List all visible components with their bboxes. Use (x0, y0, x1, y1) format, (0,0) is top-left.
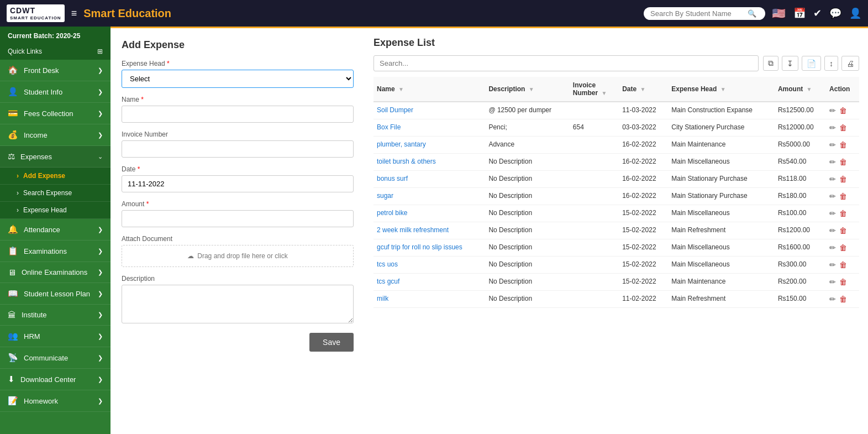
delete-icon[interactable]: 🗑 (839, 158, 847, 166)
name-link[interactable]: milk (377, 295, 388, 302)
edit-icon[interactable]: ✏ (829, 260, 836, 269)
sidebar-item-hrm[interactable]: 👥 HRM ❯ (0, 326, 111, 347)
name-input[interactable] (122, 106, 354, 123)
delete-icon[interactable]: 🗑 (839, 123, 847, 132)
submenu-label-search-expense: Search Expense (23, 189, 72, 197)
sort-icon[interactable]: ▼ (529, 86, 534, 92)
sidebar-item-homework[interactable]: 📝 Homework ❯ (0, 390, 111, 412)
edit-icon[interactable]: ✏ (829, 226, 836, 235)
cell-date: 11-03-2022 (619, 102, 668, 119)
sidebar-item-fees-collection[interactable]: 💳 Fees Collection ❯ (0, 103, 111, 124)
sidebar-item-online-examinations[interactable]: 🖥 Online Examinations ❯ (0, 262, 111, 283)
delete-icon[interactable]: 🗑 (839, 140, 847, 149)
delete-icon[interactable]: 🗑 (839, 226, 847, 235)
csv-button[interactable]: 📄 (802, 56, 821, 71)
user-icon[interactable]: 👤 (849, 7, 861, 19)
file-drop-zone[interactable]: ☁ Drag and drop file here or click (122, 245, 354, 267)
sort-icon[interactable]: ▼ (807, 86, 812, 92)
sidebar-item-front-desk[interactable]: 🏠 Front Desk ❯ (0, 60, 111, 81)
sidebar-item-income[interactable]: 💰 Income ❯ (0, 124, 111, 146)
cell-date: 15-02-2022 (619, 222, 668, 239)
check-icon[interactable]: ✔ (813, 7, 822, 19)
delete-icon[interactable]: 🗑 (839, 278, 847, 286)
edit-icon[interactable]: ✏ (829, 175, 836, 184)
sidebar-item-expenses[interactable]: ⚖ Expenses ⌄ (0, 146, 111, 168)
name-link[interactable]: tcs uos (377, 260, 398, 268)
sidebar-item-download-center[interactable]: ⬇ Download Center ❯ (0, 369, 111, 390)
copy-button[interactable]: ⧉ (763, 56, 778, 71)
search-input[interactable] (650, 9, 744, 18)
cell-description: No Description (485, 257, 569, 274)
delete-icon[interactable]: 🗑 (839, 209, 847, 218)
cell-description: No Description (485, 239, 569, 257)
edit-icon[interactable]: ✏ (829, 123, 836, 132)
table-head: Name ▼ Description ▼ InvoiceNumber ▼ Dat… (373, 77, 859, 102)
edit-icon[interactable]: ✏ (829, 192, 836, 201)
expense-head-group: Expense Head * Select Main Construction … (122, 60, 354, 88)
delete-icon[interactable]: 🗑 (839, 260, 847, 269)
name-group: Name * (122, 96, 354, 123)
submenu-add-expense[interactable]: › Add Expense (0, 168, 111, 185)
cell-name: bonus surf (373, 171, 485, 188)
edit-icon[interactable]: ✏ (829, 106, 836, 115)
sidebar-item-examinations[interactable]: 📋 Examinations ❯ (0, 240, 111, 262)
description-textarea[interactable] (122, 285, 354, 323)
sidebar-item-lesson-plan[interactable]: 📖 Student Lesson Plan ❯ (0, 283, 111, 305)
name-link[interactable]: sugar (377, 192, 393, 200)
save-button[interactable]: Save (309, 333, 354, 352)
hamburger-icon[interactable]: ≡ (71, 8, 77, 19)
name-link[interactable]: toilet bursh & others (377, 158, 436, 165)
sort-icon[interactable]: ▼ (398, 86, 404, 92)
pdf-button[interactable]: ↕ (824, 56, 838, 71)
invoice-number-input[interactable] (122, 140, 354, 158)
sort-icon[interactable]: ▼ (602, 90, 607, 96)
cell-name: sugar (373, 188, 485, 205)
name-link[interactable]: Box File (377, 123, 401, 131)
name-link[interactable]: bonus surf (377, 175, 408, 182)
delete-icon[interactable]: 🗑 (839, 243, 847, 252)
edit-icon[interactable]: ✏ (829, 140, 836, 149)
expense-head-select[interactable]: Select Main Construction Expanse City St… (122, 70, 354, 88)
submenu-search-expense[interactable]: › Search Expense (0, 185, 111, 202)
edit-icon[interactable]: ✏ (829, 243, 836, 252)
edit-icon[interactable]: ✏ (829, 278, 836, 286)
submenu-expense-head[interactable]: › Expense Head (0, 202, 111, 219)
name-link[interactable]: tcs gcuf (377, 278, 399, 285)
delete-icon[interactable]: 🗑 (839, 106, 847, 115)
cell-expense-head: Main Miscellaneous (668, 239, 775, 257)
sidebar-item-institute[interactable]: 🏛 Institute ❯ (0, 305, 111, 326)
cell-expense-head: Main Stationary Purchase (668, 188, 775, 205)
name-link[interactable]: 2 week milk refreshment (377, 226, 449, 234)
edit-icon[interactable]: ✏ (829, 209, 836, 218)
search-icon[interactable]: 🔍 (748, 9, 756, 18)
delete-icon[interactable]: 🗑 (839, 295, 847, 304)
cell-invoice-number (570, 102, 619, 119)
sidebar-item-student-info[interactable]: 👤 Student Info ❯ (0, 81, 111, 103)
sidebar-item-communicate[interactable]: 📡 Communicate ❯ (0, 347, 111, 369)
name-link[interactable]: gcuf trip for roll no slip issues (377, 243, 462, 251)
delete-icon[interactable]: 🗑 (839, 175, 847, 184)
edit-icon[interactable]: ✏ (829, 158, 836, 166)
cell-date: 11-02-2022 (619, 291, 668, 308)
amount-input[interactable] (122, 210, 354, 227)
sort-icon[interactable]: ▼ (640, 86, 646, 92)
sidebar-item-attendance[interactable]: 🔔 Attendance ❯ (0, 219, 111, 240)
date-group: Date * (122, 165, 354, 192)
excel-button[interactable]: ↧ (782, 56, 798, 71)
delete-icon[interactable]: 🗑 (839, 192, 847, 201)
edit-icon[interactable]: ✏ (829, 295, 836, 304)
flag-icon[interactable]: 🇺🇸 (772, 7, 786, 20)
date-input[interactable] (122, 175, 354, 192)
grid-icon[interactable]: ⊞ (97, 48, 103, 55)
name-link[interactable]: petrol bike (377, 209, 407, 217)
sidebar-label-attendance: Attendance (24, 226, 60, 234)
print-button[interactable]: 🖨 (841, 56, 859, 71)
arrow-icon: ❯ (98, 290, 103, 297)
list-search-input[interactable] (373, 55, 759, 71)
whatsapp-icon[interactable]: 💬 (829, 7, 841, 19)
sort-icon[interactable]: ▼ (720, 86, 726, 92)
name-link[interactable]: Soil Dumper (377, 106, 413, 114)
name-link[interactable]: plumber, santary (377, 140, 426, 148)
list-action-buttons: ⧉ ↧ 📄 ↕ 🖨 (763, 56, 859, 71)
calendar-icon[interactable]: 📅 (793, 7, 806, 19)
